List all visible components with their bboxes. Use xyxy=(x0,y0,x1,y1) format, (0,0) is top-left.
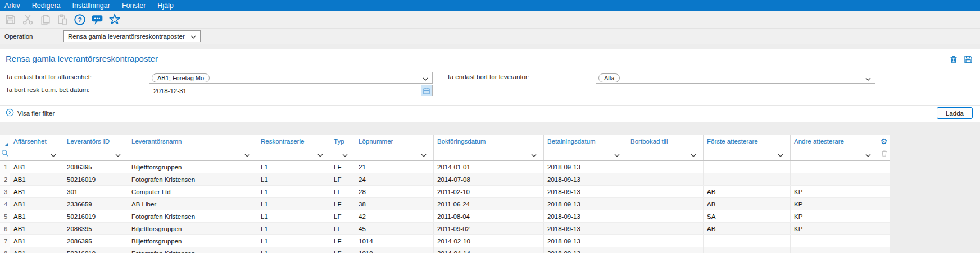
table-cell: AB1 xyxy=(10,235,63,247)
leverantor-combobox[interactable]: Alla xyxy=(596,72,875,84)
favorite-icon[interactable] xyxy=(108,13,121,26)
column-header-10[interactable]: Förste attesterare xyxy=(704,135,791,148)
table-cell: AB Liber xyxy=(128,198,257,210)
show-more-filters-link[interactable]: Visa fler filter xyxy=(6,108,55,118)
table-row[interactable]: 1AB12086395BiljettforsgruppenL1LF212014-… xyxy=(0,161,890,173)
column-header-9[interactable]: Bortbokad till xyxy=(627,135,704,148)
table-cell: LF xyxy=(330,161,355,173)
table-cell: L1 xyxy=(257,161,330,173)
affarsenhet-combobox[interactable]: AB1; Företag Mö xyxy=(149,72,433,84)
table-cell: 50216019 xyxy=(63,247,128,253)
table-cell: 2336659 xyxy=(63,198,128,210)
table-cell: LF xyxy=(330,198,355,210)
menu-bar: Arkiv Redigera Inställningar Fönster Hjä… xyxy=(0,0,980,11)
select-all-corner[interactable] xyxy=(0,135,10,148)
table-row[interactable]: 3AB1301Computer LtdL1LF282011-02-102018-… xyxy=(0,186,890,198)
table-cell: LF xyxy=(330,173,355,185)
row-number: 3 xyxy=(0,186,10,197)
filter-combo-4[interactable] xyxy=(257,148,330,160)
table-row[interactable]: 6AB12086395BiljettforsgruppenL1LF452011-… xyxy=(0,223,890,235)
column-header-2[interactable]: Leverantörs-ID xyxy=(63,135,128,148)
help-icon[interactable]: ? xyxy=(73,13,87,26)
table-header-row: AffärsenhetLeverantörs-IDLeverantörsnamn… xyxy=(0,135,890,148)
table-cell xyxy=(791,247,878,253)
table-cell: 50216019 xyxy=(63,210,128,222)
divider xyxy=(0,105,980,106)
filter-combo-11[interactable] xyxy=(791,148,878,160)
save-icon[interactable] xyxy=(963,54,973,65)
chevron-down-icon[interactable] xyxy=(865,73,871,83)
chevron-down-icon xyxy=(531,149,537,159)
menu-item-installningar[interactable]: Inställningar xyxy=(72,2,110,10)
search-icon xyxy=(1,149,9,159)
date-field[interactable]: 2018-12-31 xyxy=(149,85,433,96)
column-header-4[interactable]: Reskontraserie xyxy=(257,135,330,148)
filter-combo-6[interactable] xyxy=(355,148,434,160)
table-row[interactable]: 5AB150216019Fotografen KristensenL1LF422… xyxy=(0,210,890,223)
calendar-icon[interactable] xyxy=(421,85,432,96)
save-icon[interactable] xyxy=(3,13,17,26)
column-header-11[interactable]: Andre attesterare xyxy=(791,135,878,148)
table-row[interactable]: 8AB150216019Fotografen KristensenL1LF101… xyxy=(0,247,890,253)
filter-combo-1[interactable] xyxy=(10,148,63,160)
table-row[interactable]: 7AB12086395BiljettforsgruppenL1LF1014201… xyxy=(0,235,890,247)
chevron-down-icon xyxy=(778,149,783,159)
table-cell: 2014-01-01 xyxy=(434,161,544,173)
chevron-down-icon xyxy=(51,149,56,159)
column-header-6[interactable]: Löpnummer xyxy=(355,135,434,148)
row-number: 4 xyxy=(0,198,10,210)
table-cell: 2086395 xyxy=(63,235,128,247)
chevron-down-icon xyxy=(865,149,871,159)
row-number: 5 xyxy=(0,210,10,222)
table-cell: 2018-09-13 xyxy=(544,223,627,234)
table-cell: LF xyxy=(330,210,355,222)
row-number: 2 xyxy=(0,173,10,185)
selected-value-chip: Alla xyxy=(598,73,620,82)
table-cell: L1 xyxy=(257,210,330,222)
show-more-filters-label: Visa fler filter xyxy=(17,110,55,117)
gear-icon[interactable]: ⚙ xyxy=(881,137,888,145)
table-cell xyxy=(627,173,704,185)
chevron-down-icon[interactable] xyxy=(423,73,428,83)
table-cell: KP xyxy=(791,186,878,197)
column-header-7[interactable]: Bokföringsdatum xyxy=(434,135,544,148)
paste-icon[interactable] xyxy=(56,13,69,26)
menu-item-hjalp[interactable]: Hjälp xyxy=(157,2,174,10)
filter-combo-8[interactable] xyxy=(544,148,627,160)
table-cell: 50216019 xyxy=(63,173,128,185)
table-cell: AB1 xyxy=(10,186,63,197)
copy-icon[interactable] xyxy=(38,13,52,26)
filter-combo-2[interactable] xyxy=(63,148,128,160)
filter-combo-10[interactable] xyxy=(704,148,791,160)
column-header-5[interactable]: Typ xyxy=(330,135,355,148)
filter-combo-3[interactable] xyxy=(128,148,257,160)
divider xyxy=(0,68,980,68)
feedback-icon[interactable] xyxy=(90,13,104,26)
filter-combo-9[interactable] xyxy=(627,148,704,160)
delete-icon[interactable] xyxy=(949,54,959,65)
filter-label-leverantor: Ta endast bort för leverantör: xyxy=(447,73,529,80)
column-header-8[interactable]: Betalningsdatum xyxy=(544,135,627,148)
filter-combo-5[interactable] xyxy=(330,148,355,160)
table-row[interactable]: 2AB150216019Fotografen KristensenL1LF242… xyxy=(0,173,890,186)
table-cell: 2014-07-08 xyxy=(434,173,544,185)
operation-row: Operation Rensa gamla leverantörsreskont… xyxy=(0,28,980,44)
table-cell: 2018-09-13 xyxy=(544,173,627,185)
menu-item-fonster[interactable]: Fönster xyxy=(122,2,146,10)
row-number: 1 xyxy=(0,161,10,173)
operation-dropdown[interactable]: Rensa gamla leverantörsreskontraposter xyxy=(63,30,201,42)
column-header-3[interactable]: Leverantörsnamn xyxy=(128,135,257,148)
table-cell: 2011-09-02 xyxy=(434,223,544,234)
load-button[interactable]: Ladda xyxy=(937,107,973,119)
filter-combo-7[interactable] xyxy=(434,148,544,160)
table-cell: AB1 xyxy=(10,173,63,185)
search-cell[interactable] xyxy=(0,148,10,160)
menu-item-redigera[interactable]: Redigera xyxy=(32,2,61,10)
cut-icon[interactable] xyxy=(21,13,34,26)
table-cell xyxy=(791,173,878,185)
menu-item-arkiv[interactable]: Arkiv xyxy=(4,2,20,10)
table-row[interactable]: 4AB12336659AB LiberL1LF382011-06-242018-… xyxy=(0,198,890,210)
trash-icon[interactable] xyxy=(881,149,888,159)
corner-triangle-icon xyxy=(4,142,8,146)
column-header-1[interactable]: Affärsenhet xyxy=(10,135,63,148)
